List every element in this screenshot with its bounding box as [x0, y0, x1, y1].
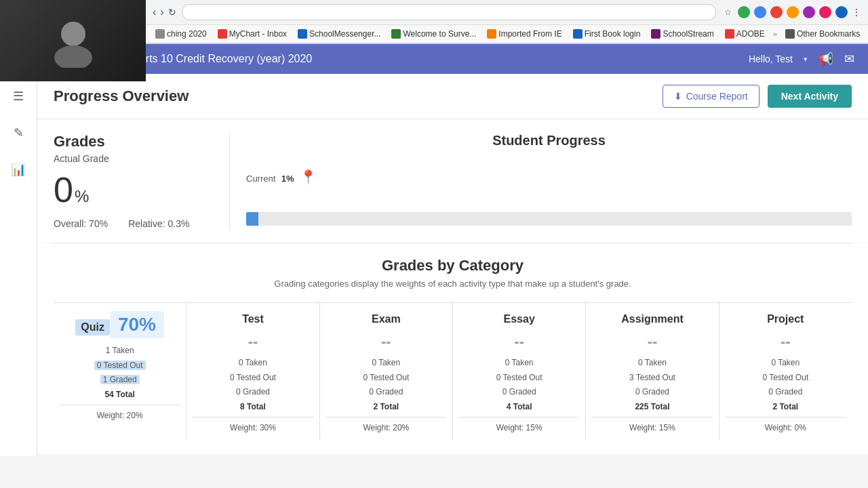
- url-input[interactable]: ity.com/enrollment/ca507e7c-5ab7-4ffc-b3…: [182, 4, 716, 20]
- bookmark-schoolmessenger[interactable]: SchoolMessenger...: [295, 28, 383, 40]
- category-col-assignment: Assignment--0 Taken3 Tested Out0 Graded2…: [586, 303, 719, 441]
- bookmark-icon-imported: [487, 29, 496, 39]
- hello-user[interactable]: Hello, Test: [749, 54, 793, 64]
- main-content: Progress Overview ⬇ Course Report Next A…: [37, 74, 868, 456]
- extension-icon-4[interactable]: [787, 6, 799, 18]
- category-total-test: 8 Total: [192, 400, 313, 415]
- dropdown-chevron-icon: ▾: [804, 55, 808, 64]
- extension-icon-1[interactable]: [738, 6, 750, 18]
- bookmark-icon-welcome: [391, 29, 401, 39]
- category-total-exam: 2 Total: [326, 400, 447, 415]
- grade-details: Overall: 70% Relative: 0.3%: [54, 218, 216, 229]
- bookmark-label-teaching: ching 2020: [167, 29, 207, 39]
- category-name-essay: Essay: [498, 311, 540, 327]
- category-graded-quiz: 1 Graded: [59, 373, 180, 388]
- category-stats-project: 0 Taken0 Tested Out0 Graded2 Total: [725, 356, 846, 414]
- relative-grade: Relative: 0.3%: [128, 218, 189, 229]
- category-graded-test: 0 Graded: [192, 385, 313, 400]
- sidebar-hamburger-button[interactable]: ☰: [9, 85, 28, 108]
- category-taken-project: 0 Taken: [725, 356, 846, 371]
- category-total-assignment: 225 Total: [591, 400, 713, 415]
- header-actions: ⬇ Course Report Next Activity: [663, 85, 852, 108]
- menu-icon[interactable]: ⋮: [852, 7, 861, 18]
- category-tested-out-project: 0 Tested Out: [725, 371, 846, 386]
- current-label: Current: [246, 174, 275, 184]
- bookmark-label-schoolmessenger: SchoolMessenger...: [309, 29, 380, 39]
- sidebar-edit-button[interactable]: ✎: [9, 121, 28, 144]
- grades-by-category-section: Grades by Category Grading categories di…: [37, 243, 868, 454]
- category-taken-assignment: 0 Taken: [591, 356, 713, 371]
- bookmark-teaching[interactable]: ching 2020: [153, 28, 210, 40]
- webcam-video: [0, 0, 146, 81]
- nav-buttons: ‹ › ↻: [153, 6, 176, 18]
- forward-button[interactable]: ›: [160, 6, 163, 18]
- grades-left: Grades Actual Grade 0 % Overall: 70% Rel…: [54, 133, 230, 229]
- page-title: Progress Overview: [54, 87, 189, 105]
- course-report-button[interactable]: ⬇ Course Report: [663, 85, 760, 108]
- extension-icon-5[interactable]: [803, 6, 815, 18]
- category-name-exam: Exam: [366, 311, 406, 327]
- bookmark-adobe[interactable]: ADOBE: [722, 28, 768, 40]
- category-weight-assignment: Weight: 15%: [591, 417, 713, 432]
- category-stats-test: 0 Taken0 Tested Out0 Graded8 Total: [192, 356, 313, 414]
- bookmark-firstbook[interactable]: First Book login: [570, 28, 644, 40]
- category-score-quiz: 70%: [110, 311, 164, 338]
- bookmark-icon-other: [785, 29, 795, 39]
- page-header: Progress Overview ⬇ Course Report Next A…: [37, 74, 868, 119]
- extension-icon-3[interactable]: [770, 6, 783, 18]
- category-score-project: --: [725, 333, 846, 350]
- category-total-essay: 4 Total: [458, 400, 580, 415]
- category-weight-project: Weight: 0%: [725, 417, 846, 432]
- category-score-assignment: --: [591, 333, 713, 350]
- extension-icon-6[interactable]: [819, 6, 831, 18]
- category-name-quiz: Quiz: [75, 319, 110, 336]
- extension-icon-2[interactable]: [754, 6, 766, 18]
- course-report-label: Course Report: [686, 91, 748, 102]
- app-header-right: Hello, Test ▾ 📢 ✉: [749, 52, 854, 66]
- megaphone-button[interactable]: 📢: [818, 52, 833, 66]
- category-col-project: Project--0 Taken0 Tested Out0 Graded2 To…: [719, 303, 852, 441]
- mail-button[interactable]: ✉: [844, 52, 854, 66]
- grades-section: Grades Actual Grade 0 % Overall: 70% Rel…: [37, 119, 868, 243]
- refresh-button[interactable]: ↻: [168, 7, 176, 18]
- bookmark-label-adobe: ADOBE: [736, 29, 765, 39]
- category-taken-quiz: 1 Taken: [59, 344, 180, 359]
- bookmark-welcome[interactable]: Welcome to Surve...: [389, 28, 479, 40]
- star-icon[interactable]: ☆: [722, 6, 734, 18]
- sidebar: ☰ ✎ 📊: [0, 74, 37, 456]
- category-score-test: --: [192, 333, 313, 350]
- extension-icon-7[interactable]: [835, 6, 848, 18]
- category-stats-quiz: 1 Taken0 Tested Out1 Graded54 Total: [59, 344, 180, 402]
- bookmark-mychart[interactable]: MyChart - Inbox: [215, 28, 290, 40]
- back-button[interactable]: ‹: [153, 6, 156, 18]
- sidebar-chart-button[interactable]: 📊: [7, 158, 30, 181]
- progress-bar-area: Current 1% 📍: [246, 169, 852, 226]
- progress-title: Student Progress: [246, 133, 852, 148]
- category-taken-exam: 0 Taken: [326, 356, 447, 371]
- main-layout: ☰ ✎ 📊 Progress Overview ⬇ Course Report …: [0, 74, 868, 456]
- bookmark-other[interactable]: Other Bookmarks: [783, 28, 863, 40]
- next-activity-button[interactable]: Next Activity: [768, 85, 852, 108]
- category-total-project: 2 Total: [725, 400, 846, 415]
- bookmark-label-imported: Imported From IE: [498, 29, 561, 39]
- category-graded-exam: 0 Graded: [326, 385, 447, 400]
- category-weight-exam: Weight: 20%: [326, 417, 447, 432]
- actual-grade-suffix: %: [75, 187, 89, 206]
- bookmark-icon-schoolstream: [651, 29, 660, 39]
- actual-grade-label: Actual Grade: [54, 153, 216, 164]
- bookmark-imported[interactable]: Imported From IE: [484, 28, 564, 40]
- bookmark-label-mychart: MyChart - Inbox: [229, 29, 287, 39]
- bookmarks-overflow: »: [773, 30, 777, 38]
- bookmark-label-firstbook: First Book login: [585, 29, 641, 39]
- category-weight-quiz: Weight: 20%: [59, 405, 180, 420]
- address-bar[interactable]: ‹ › ↻ ity.com/enrollment/ca507e7c-5ab7-4…: [146, 0, 868, 25]
- bookmark-schoolstream[interactable]: SchoolStream: [648, 28, 716, 40]
- category-total-quiz: 54 Total: [59, 388, 180, 403]
- download-icon: ⬇: [674, 91, 682, 102]
- current-value: 1%: [281, 174, 294, 184]
- category-col-quiz: Quiz70%1 Taken0 Tested Out1 Graded54 Tot…: [54, 303, 186, 441]
- bookmark-icon-adobe: [725, 29, 734, 39]
- category-description: Grading categories display the weights o…: [54, 279, 852, 289]
- category-stats-exam: 0 Taken0 Tested Out0 Graded2 Total: [326, 356, 447, 414]
- category-weight-test: Weight: 30%: [192, 417, 313, 432]
